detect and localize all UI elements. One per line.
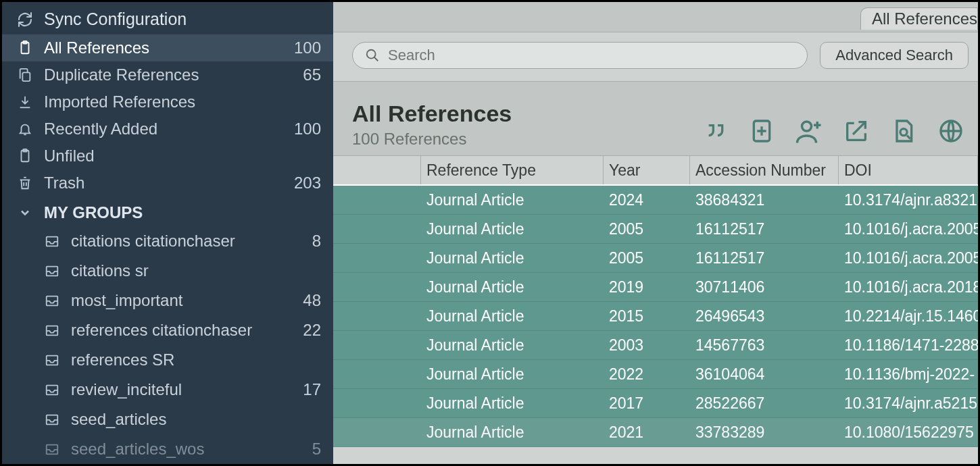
inbox-icon xyxy=(43,323,62,338)
col-reference-type[interactable]: Reference Type xyxy=(421,156,604,184)
sidebar-group-item[interactable]: seed_articles xyxy=(2,405,333,434)
cell-reference-type: Journal Article xyxy=(421,191,604,209)
cell-accession: 16112517 xyxy=(690,249,839,267)
group-count: 48 xyxy=(303,291,321,310)
add-person-icon[interactable] xyxy=(794,116,824,146)
table-row[interactable]: Journal Article 2024 38684321 10.3174/aj… xyxy=(333,186,978,215)
sidebar-group-item[interactable]: citations sr xyxy=(2,256,333,286)
cell-accession: 30711406 xyxy=(690,278,839,296)
sidebar-groups: citations citationchaser 8 citations sr … xyxy=(2,226,333,464)
cell-doi: 10.1016/j.acra.2018 xyxy=(839,278,978,296)
table-row[interactable]: Journal Article 2017 28522667 10.3174/aj… xyxy=(333,389,978,418)
sidebar-groups-header[interactable]: MY GROUPS xyxy=(2,199,333,226)
group-count: 22 xyxy=(303,321,321,340)
svg-point-5 xyxy=(367,50,376,59)
advanced-search-button[interactable]: Advanced Search xyxy=(820,42,969,69)
sidebar-item-count: 100 xyxy=(294,38,321,57)
cell-year: 2021 xyxy=(604,423,690,442)
cell-reference-type: Journal Article xyxy=(421,249,604,267)
cell-year: 2019 xyxy=(604,278,690,296)
find-in-page-icon[interactable] xyxy=(889,116,918,146)
sidebar-group-item[interactable]: references SR xyxy=(2,345,333,375)
cell-accession: 33783289 xyxy=(690,423,839,442)
group-label: citations citationchaser xyxy=(71,232,303,251)
cell-reference-type: Journal Article xyxy=(421,336,604,355)
table-row[interactable]: Journal Article 2005 16112517 10.1016/j.… xyxy=(333,244,978,273)
sidebar-group-item[interactable]: review_inciteful 17 xyxy=(2,375,333,405)
cell-accession: 26496543 xyxy=(690,307,839,326)
tab-all-references[interactable]: All References xyxy=(860,7,978,30)
inbox-icon xyxy=(43,234,62,249)
inbox-icon xyxy=(43,353,62,367)
sync-icon xyxy=(16,11,34,28)
sidebar-group-item[interactable]: citations citationchaser 8 xyxy=(2,226,333,256)
trash-icon xyxy=(16,176,34,190)
page-title: All References xyxy=(352,101,512,127)
sidebar-item-all-references[interactable]: All References 100 xyxy=(2,34,333,61)
sync-configuration[interactable]: Sync Configuration xyxy=(2,2,333,34)
col-blank[interactable] xyxy=(333,156,421,184)
sidebar-group-item[interactable]: seed_articles_wos 5 xyxy=(2,434,333,464)
sidebar-item-label: Unfiled xyxy=(44,147,312,165)
chevron-down-icon xyxy=(16,206,34,219)
sidebar-item-unfiled[interactable]: Unfiled xyxy=(2,143,333,170)
inbox-icon xyxy=(43,442,62,457)
table-row[interactable]: Journal Article 2019 30711406 10.1016/j.… xyxy=(333,273,978,302)
col-accession-number[interactable]: Accession Number xyxy=(690,156,839,184)
sidebar-item-label: Duplicate References xyxy=(44,66,293,84)
group-count: 5 xyxy=(312,440,321,459)
add-reference-icon[interactable] xyxy=(747,116,777,146)
cell-year: 2024 xyxy=(604,191,690,209)
table-row[interactable]: Journal Article 2003 14567763 10.1186/14… xyxy=(333,331,978,360)
cell-doi: 10.1186/1471-2288 xyxy=(839,336,978,355)
sidebar-group-item[interactable]: most_important 48 xyxy=(2,286,333,315)
cell-accession: 38684321 xyxy=(690,191,839,209)
svg-point-8 xyxy=(900,129,907,136)
globe-icon[interactable] xyxy=(936,116,966,146)
cell-accession: 36104064 xyxy=(690,365,839,384)
table-row[interactable]: Journal Article 2005 16112517 10.1016/j.… xyxy=(333,215,978,244)
col-year[interactable]: Year xyxy=(604,156,690,184)
sidebar-item-label: Imported References xyxy=(44,93,312,111)
copy-icon xyxy=(16,68,34,82)
cell-year: 2015 xyxy=(604,307,690,326)
sidebar-item-imported-references[interactable]: Imported References xyxy=(2,88,333,115)
heading-row: All References 100 References xyxy=(333,82,978,155)
cell-reference-type: Journal Article xyxy=(421,307,604,326)
table-row[interactable]: Journal Article 2015 26496543 10.2214/aj… xyxy=(333,302,978,331)
sidebar-item-count: 100 xyxy=(294,120,321,138)
table-row[interactable]: Journal Article 2021 33783289 10.1080/15… xyxy=(333,418,978,447)
search-field-wrap[interactable] xyxy=(352,42,808,69)
cell-year: 2005 xyxy=(604,249,690,267)
search-input[interactable] xyxy=(388,47,795,64)
share-icon[interactable] xyxy=(841,116,871,146)
cell-doi: 10.1080/15622975 xyxy=(839,423,978,442)
group-label: most_important xyxy=(71,291,293,310)
col-doi[interactable]: DOI xyxy=(839,156,978,184)
quote-icon[interactable] xyxy=(700,116,729,146)
cell-year: 2017 xyxy=(604,394,690,413)
svg-rect-2 xyxy=(22,72,30,81)
sidebar-item-count: 203 xyxy=(294,174,321,192)
group-label: review_inciteful xyxy=(71,380,293,399)
sidebar-item-count: 65 xyxy=(303,66,321,84)
group-label: references citationchaser xyxy=(71,321,293,340)
table-row[interactable]: Journal Article 2022 36104064 10.1136/bm… xyxy=(333,360,978,389)
sidebar-item-trash[interactable]: Trash 203 xyxy=(2,170,333,197)
cell-accession: 16112517 xyxy=(690,220,839,238)
clipboard-icon xyxy=(16,149,34,163)
cell-accession: 14567763 xyxy=(690,336,839,355)
clipboard-icon xyxy=(16,41,34,55)
sidebar-group-item[interactable]: references citationchaser 22 xyxy=(2,315,333,345)
inbox-icon xyxy=(43,293,62,308)
sidebar-item-duplicate-references[interactable]: Duplicate References 65 xyxy=(2,61,333,88)
sidebar-item-recently-added[interactable]: Recently Added 100 xyxy=(2,115,333,143)
table-body: Journal Article 2024 38684321 10.3174/aj… xyxy=(333,186,978,464)
inbox-icon xyxy=(43,263,62,278)
tab-label: All References xyxy=(872,9,977,28)
sync-label: Sync Configuration xyxy=(44,9,321,29)
cell-doi: 10.1136/bmj-2022- xyxy=(839,365,978,384)
inbox-icon xyxy=(43,412,62,427)
cell-reference-type: Journal Article xyxy=(421,394,604,413)
cell-accession: 28522667 xyxy=(690,394,839,413)
